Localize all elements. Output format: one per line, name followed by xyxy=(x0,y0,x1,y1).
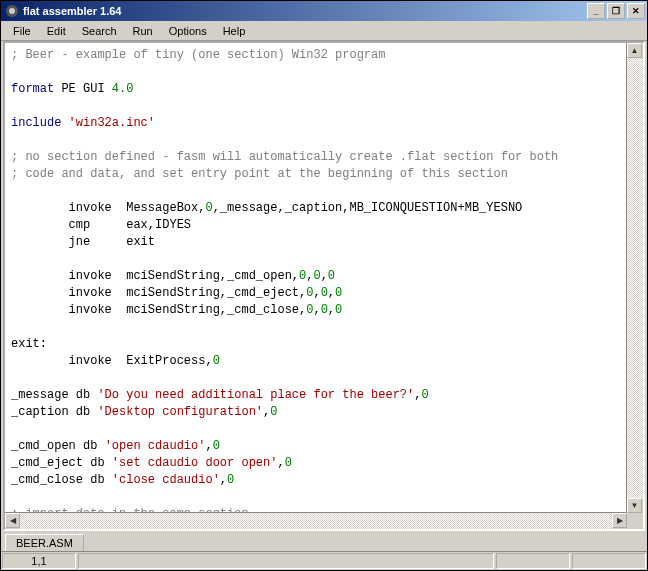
minimize-icon: _ xyxy=(593,7,598,16)
cursor-position: 1,1 xyxy=(2,553,76,569)
chevron-up-icon: ▲ xyxy=(631,46,639,55)
app-window: flat assembler 1.64 _ ❐ ✕ File Edit Sear… xyxy=(0,0,648,571)
code-line: _caption db 'Desktop configuration',0 xyxy=(11,404,621,421)
menu-edit[interactable]: Edit xyxy=(39,23,74,39)
code-line: invoke mciSendString,_cmd_eject,0,0,0 xyxy=(11,285,621,302)
code-line: _cmd_open db 'open cdaudio',0 xyxy=(11,438,621,455)
code-line xyxy=(11,132,621,149)
code-line: invoke mciSendString,_cmd_open,0,0,0 xyxy=(11,268,621,285)
status-bar: 1,1 xyxy=(1,551,647,570)
app-icon xyxy=(5,4,19,18)
code-line: invoke mciSendString,_cmd_close,0,0,0 xyxy=(11,302,621,319)
code-line: jne exit xyxy=(11,234,621,251)
menu-help[interactable]: Help xyxy=(215,23,254,39)
chevron-left-icon: ◀ xyxy=(10,516,16,525)
window-title: flat assembler 1.64 xyxy=(23,5,585,17)
code-line: cmp eax,IDYES xyxy=(11,217,621,234)
chevron-down-icon: ▼ xyxy=(631,501,639,510)
code-line: _cmd_eject db 'set cdaudio door open',0 xyxy=(11,455,621,472)
code-line xyxy=(11,183,621,200)
menu-search[interactable]: Search xyxy=(74,23,125,39)
code-line: ; no section defined - fasm will automat… xyxy=(11,149,621,166)
scroll-left-button[interactable]: ◀ xyxy=(5,513,20,528)
code-line xyxy=(11,421,621,438)
scroll-right-button[interactable]: ▶ xyxy=(612,513,627,528)
scroll-down-button[interactable]: ▼ xyxy=(627,498,642,513)
status-spacer xyxy=(78,553,494,569)
code-line: format PE GUI 4.0 xyxy=(11,81,621,98)
code-line: include 'win32a.inc' xyxy=(11,115,621,132)
code-line xyxy=(11,64,621,81)
svg-point-1 xyxy=(9,8,15,14)
document-tabs: BEER.ASM xyxy=(1,531,647,551)
title-bar[interactable]: flat assembler 1.64 _ ❐ ✕ xyxy=(1,1,647,21)
vertical-scrollbar[interactable]: ▲ ▼ xyxy=(626,43,643,513)
scroll-h-track[interactable] xyxy=(20,513,612,529)
scroll-corner xyxy=(627,513,643,529)
code-line xyxy=(11,98,621,115)
status-cell-3 xyxy=(572,553,646,569)
code-line: ; Beer - example of tiny (one section) W… xyxy=(11,47,621,64)
code-line: exit: xyxy=(11,336,621,353)
menu-bar: File Edit Search Run Options Help xyxy=(1,21,647,41)
code-line xyxy=(11,319,621,336)
menu-options[interactable]: Options xyxy=(161,23,215,39)
code-line: ; code and data, and set entry point at … xyxy=(11,166,621,183)
chevron-right-icon: ▶ xyxy=(617,516,623,525)
minimize-button[interactable]: _ xyxy=(587,3,605,19)
code-line: invoke ExitProcess,0 xyxy=(11,353,621,370)
code-line xyxy=(11,251,621,268)
horizontal-scrollbar[interactable]: ◀ ▶ xyxy=(5,512,627,529)
close-button[interactable]: ✕ xyxy=(627,3,645,19)
maximize-icon: ❐ xyxy=(612,7,620,16)
code-line: _message db 'Do you need additional plac… xyxy=(11,387,621,404)
editor-container: ; Beer - example of tiny (one section) W… xyxy=(3,41,645,531)
maximize-button[interactable]: ❐ xyxy=(607,3,625,19)
code-editor[interactable]: ; Beer - example of tiny (one section) W… xyxy=(5,43,627,513)
status-cell-2 xyxy=(496,553,570,569)
code-line: invoke MessageBox,0,_message,_caption,MB… xyxy=(11,200,621,217)
window-controls: _ ❐ ✕ xyxy=(585,3,645,19)
menu-file[interactable]: File xyxy=(5,23,39,39)
code-line: _cmd_close db 'close cdaudio',0 xyxy=(11,472,621,489)
close-icon: ✕ xyxy=(632,7,640,16)
scroll-up-button[interactable]: ▲ xyxy=(627,43,642,58)
scroll-v-track[interactable] xyxy=(627,58,643,498)
menu-run[interactable]: Run xyxy=(125,23,161,39)
file-tab[interactable]: BEER.ASM xyxy=(5,534,84,551)
code-line xyxy=(11,370,621,387)
code-line xyxy=(11,489,621,506)
